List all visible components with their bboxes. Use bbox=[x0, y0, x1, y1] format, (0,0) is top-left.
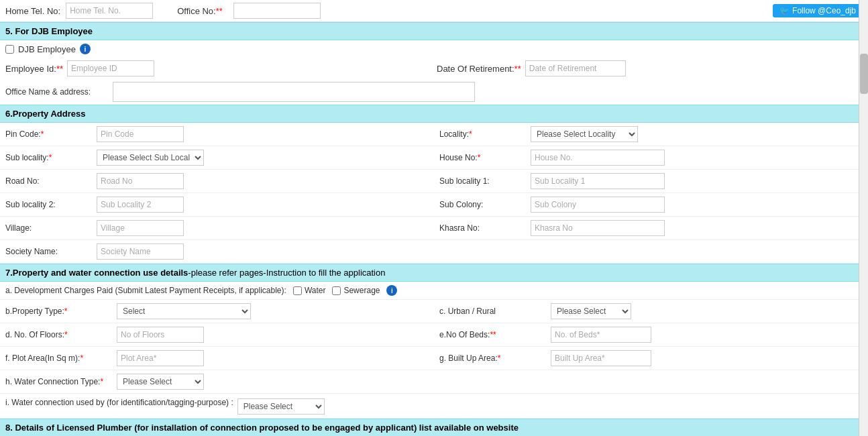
djb-employee-label: DJB Employee bbox=[18, 44, 76, 54]
twitter-icon: 🐦 bbox=[779, 6, 790, 15]
road-no-input[interactable] bbox=[97, 173, 184, 189]
village-label: Village: bbox=[5, 223, 93, 233]
djb-employee-checkbox[interactable] bbox=[5, 45, 14, 54]
section7-header: 7.Property and water connection use deta… bbox=[0, 264, 868, 282]
office-name-textarea[interactable] bbox=[113, 82, 475, 102]
water-conn-type-select[interactable]: Please Select bbox=[117, 374, 204, 390]
locality-label: Locality:* bbox=[439, 129, 527, 139]
no-floors-label: d. No. Of Floors:* bbox=[5, 330, 113, 339]
society-label: Society Name: bbox=[5, 247, 93, 256]
section8-header: 8. Details of Licensed Plumber (for inst… bbox=[0, 419, 868, 436]
sub-colony-label: Sub Colony: bbox=[439, 200, 527, 209]
water-conn-type-label: h. Water Connection Type:* bbox=[5, 377, 113, 386]
pin-code-label: Pin Code:* bbox=[5, 129, 93, 139]
sub-locality-label: Sub locality:* bbox=[5, 153, 93, 162]
water-conn-used-label: i. Water connection used by (for identif… bbox=[5, 397, 233, 408]
sub-locality-2-label: Sub locality 2: bbox=[5, 200, 93, 209]
water-checkbox[interactable] bbox=[293, 286, 302, 295]
section5-header: 5. For DJB Employee bbox=[0, 22, 868, 40]
no-beds-input[interactable] bbox=[551, 327, 651, 343]
urban-rural-select[interactable]: Please Select bbox=[551, 303, 631, 319]
water-conn-used-select[interactable]: Please Select bbox=[237, 398, 325, 415]
sewerage-info-icon[interactable]: i bbox=[386, 285, 397, 296]
property-type-select[interactable]: Select bbox=[117, 303, 251, 319]
office-name-label: Office Name & address: bbox=[5, 87, 113, 97]
no-floors-input[interactable] bbox=[117, 327, 204, 343]
khasra-input[interactable] bbox=[531, 220, 665, 236]
locality-select[interactable]: Please Select Locality bbox=[531, 126, 638, 142]
sub-colony-input[interactable] bbox=[531, 197, 665, 213]
sewerage-checkbox-label[interactable]: Sewerage bbox=[332, 286, 380, 295]
scrollbar-thumb[interactable] bbox=[860, 54, 868, 94]
section6-header: 6.Property Address bbox=[0, 105, 868, 123]
sub-locality-2-input[interactable] bbox=[97, 197, 184, 213]
sewerage-checkbox[interactable] bbox=[332, 286, 341, 295]
sub-locality-1-label: Sub locality 1: bbox=[439, 176, 527, 186]
twitter-button[interactable]: 🐦 Follow @Ceo_djb bbox=[773, 4, 863, 17]
employee-id-input[interactable] bbox=[67, 60, 154, 76]
pin-code-input[interactable] bbox=[97, 126, 184, 142]
plot-area-input[interactable] bbox=[117, 350, 204, 366]
property-type-label: b.Property Type:* bbox=[5, 307, 113, 316]
urban-rural-label: c. Urban / Rural bbox=[439, 307, 547, 316]
khasra-label: Khasra No: bbox=[439, 223, 527, 233]
village-input[interactable] bbox=[97, 220, 184, 236]
retirement-label: Date Of Retirement:** bbox=[437, 64, 521, 74]
scrollbar[interactable] bbox=[859, 0, 868, 436]
office-no-input[interactable] bbox=[233, 3, 321, 19]
built-up-label: g. Built Up Area:* bbox=[439, 353, 547, 363]
built-up-input[interactable] bbox=[551, 350, 651, 366]
sub-locality-1-input[interactable] bbox=[531, 173, 665, 189]
sub-locality-select[interactable]: Please Select Sub Locality bbox=[97, 150, 204, 166]
home-tel-input[interactable] bbox=[66, 3, 153, 19]
no-beds-label: e.No Of Beds:** bbox=[439, 330, 547, 339]
office-no-label: Office No:** bbox=[177, 6, 223, 16]
plot-area-label: f. Plot Area(In Sq m):* bbox=[5, 353, 113, 363]
water-checkbox-label[interactable]: Water bbox=[293, 286, 326, 295]
employee-id-label: Employee Id:** bbox=[5, 64, 63, 74]
society-input[interactable] bbox=[97, 243, 184, 260]
dev-charges-label: a. Development Charges Paid (Submit Late… bbox=[5, 286, 286, 295]
house-no-input[interactable] bbox=[531, 150, 665, 166]
retirement-input[interactable] bbox=[525, 60, 626, 76]
home-tel-label: Home Tel. No: bbox=[5, 6, 60, 16]
djb-info-icon[interactable]: i bbox=[80, 44, 91, 54]
road-no-label: Road No: bbox=[5, 176, 93, 186]
house-no-label: House No:* bbox=[439, 153, 527, 162]
